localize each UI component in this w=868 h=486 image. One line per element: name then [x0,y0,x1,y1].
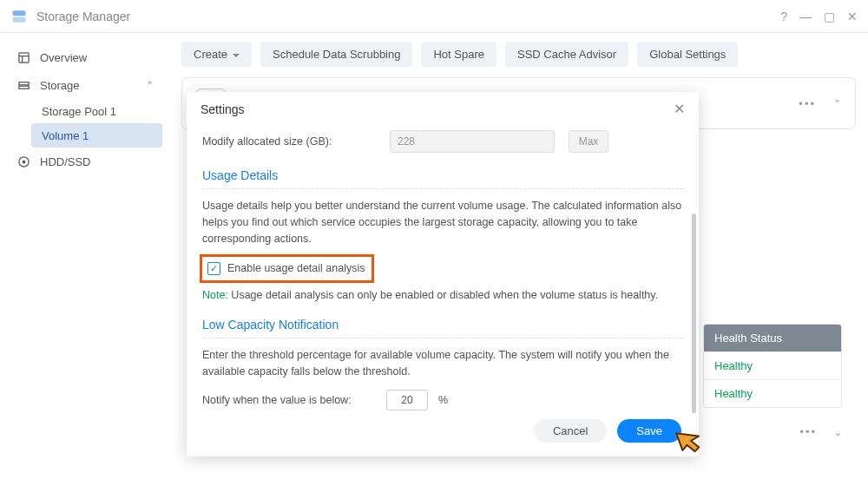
global-button[interactable]: Global Settings [637,42,738,67]
svg-rect-5 [18,82,28,84]
health-status-card: Health Status Healthy Healthy [703,324,842,408]
scrub-button[interactable]: Schedule Data Scrubbing [260,42,412,67]
svg-rect-1 [13,16,26,22]
percent-label: % [438,392,448,409]
low-capacity-title: Low Capacity Notification [202,316,683,338]
toolbar: Create Schedule Data Scrubbing Hot Spare… [181,42,856,67]
app-icon [10,8,28,25]
sidebar: Overview Storage ⌃ Storage Pool 1 Volume… [0,33,169,486]
hotspare-button[interactable]: Hot Spare [421,42,496,67]
notify-threshold-input[interactable] [386,390,428,410]
note-text: Usage detail analysis can only be enable… [228,289,658,301]
max-button[interactable]: Max [569,130,608,153]
svg-rect-2 [18,52,28,62]
enable-usage-checkbox-row[interactable]: ✓ Enable usage detail analysis [202,257,372,280]
settings-modal: Settings ✕ Modify allocated size (GB): M… [187,92,699,456]
health-row: Healthy [704,379,841,407]
ssd-button[interactable]: SSD Cache Advisor [505,42,628,67]
scrollbar-thumb[interactable] [692,213,696,413]
storage-icon [16,79,31,92]
sidebar-item-hdd[interactable]: HDD/SSD [7,148,162,175]
modal-title: Settings [201,102,245,116]
usage-details-text: Usage details help you better understand… [202,198,683,246]
checkbox-checked-icon: ✓ [207,262,220,275]
chevron-up-icon[interactable]: ⌃ [833,98,841,109]
more-icon[interactable]: ••• [799,425,817,438]
checkbox-label: Enable usage detail analysis [227,260,365,277]
alloc-size-input[interactable] [390,130,555,153]
health-status-title: Health Status [704,325,841,351]
window-titlebar: Storage Manager ? — ▢ ✕ [0,0,868,33]
sidebar-item-pool1[interactable]: Storage Pool 1 [31,99,162,123]
sidebar-item-label: Volume 1 [42,129,89,142]
chevron-down-icon[interactable]: ⌃ [834,426,842,437]
health-row: Healthy [704,351,841,379]
note-label: Note: [202,289,228,301]
more-icon[interactable]: ••• [799,97,816,110]
maximize-icon[interactable]: ▢ [824,10,835,23]
sidebar-item-label: Storage [40,79,80,92]
chevron-up-icon: ⌃ [146,80,154,91]
create-button[interactable]: Create [181,42,252,67]
svg-rect-0 [13,10,26,16]
usage-note: Note: Usage detail analysis can only be … [202,287,683,304]
minimize-icon[interactable]: — [799,10,812,23]
alloc-label: Modify allocated size (GB): [202,134,376,150]
help-icon[interactable]: ? [780,10,787,23]
close-icon[interactable]: ✕ [847,10,858,23]
hdd-icon [16,155,31,168]
overview-icon [16,51,31,64]
sidebar-item-label: Storage Pool 1 [42,105,116,118]
modal-close-icon[interactable]: ✕ [674,101,685,117]
low-capacity-text: Enter the threshold percentage for avail… [202,347,683,380]
sidebar-item-storage[interactable]: Storage ⌃ [7,71,162,99]
usage-details-title: Usage Details [202,167,683,189]
svg-rect-6 [18,86,28,89]
sidebar-item-label: HDD/SSD [40,155,91,168]
save-button[interactable]: Save [617,419,681,443]
window-title: Storage Manager [36,10,780,23]
sidebar-item-label: Overview [40,51,87,64]
notify-label: Notify when the value is below: [202,392,376,409]
cancel-button[interactable]: Cancel [534,419,607,443]
sidebar-item-volume1[interactable]: Volume 1 [31,123,162,148]
sidebar-item-overview[interactable]: Overview [7,43,162,71]
svg-point-8 [23,161,25,163]
